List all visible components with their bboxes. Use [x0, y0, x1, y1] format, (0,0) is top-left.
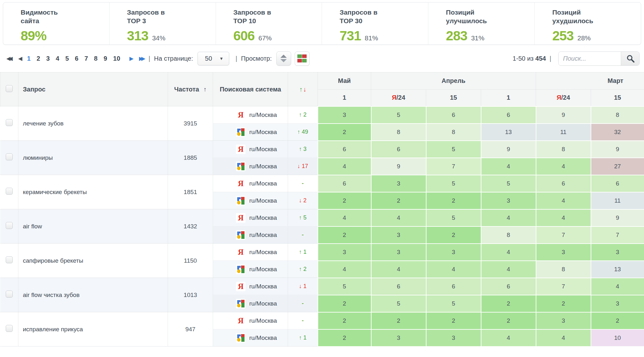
position-cell: 4	[591, 278, 644, 295]
table-row: керамические брекеты1851Яru/Москва-63556…	[0, 175, 644, 192]
engine-cell-yandex: Яru/Москва	[213, 209, 288, 226]
position-cell: 2	[591, 312, 644, 329]
position-cell: 2	[371, 192, 426, 209]
position-cell: 3	[536, 244, 591, 261]
engine-cell-yandex: Яru/Москва	[213, 106, 288, 124]
frequency-column-header[interactable]: Частота↑	[168, 72, 213, 106]
engine-cell-google: ru/Москва	[213, 226, 288, 244]
color-grid-icon	[297, 54, 307, 63]
page-number-4[interactable]: 4	[55, 55, 60, 62]
page-number-6[interactable]: 6	[74, 55, 79, 62]
search-input[interactable]	[559, 52, 621, 65]
position-cell: 2	[318, 124, 371, 141]
position-cell: 6	[371, 278, 426, 295]
change-cell: ↑ 2	[288, 261, 318, 278]
table-head: ЗапросЧастота↑Поисковая система↑↓МайАпре…	[0, 72, 644, 106]
last-page-button[interactable]: ▶▶	[138, 55, 145, 62]
engine-cell-google: ru/Москва	[213, 192, 288, 209]
table-row: сапфировые брекеты1150Яru/Москва↑ 133343…	[0, 244, 644, 261]
position-cell: 4	[481, 261, 536, 278]
row-select-cell	[0, 244, 18, 278]
position-cell: 5	[426, 141, 481, 158]
frequency-cell: 3915	[168, 106, 213, 141]
position-cell: 3	[481, 192, 536, 209]
row-checkbox[interactable]	[6, 188, 13, 195]
query-cell: air flow чистка зубов	[18, 278, 168, 312]
position-cell: 3	[591, 295, 644, 312]
table-row: air flow1432Яru/Москва↑ 5445449	[0, 209, 644, 226]
change-cell: ↑ 5	[288, 209, 318, 226]
sort-asc-icon: ↑	[204, 86, 207, 93]
change-cell: ↑ 3	[288, 141, 318, 158]
position-cell: 6	[426, 106, 481, 124]
row-checkbox[interactable]	[6, 325, 13, 332]
change-cell: ↑ 2	[288, 106, 318, 124]
collapse-rows-button[interactable]	[276, 51, 291, 66]
page-number-3[interactable]: 3	[45, 55, 50, 62]
page-list: 12345678910	[26, 55, 121, 62]
page-number-10[interactable]: 10	[112, 55, 121, 62]
row-checkbox[interactable]	[6, 256, 13, 263]
color-view-button[interactable]	[295, 51, 310, 66]
engine-cell-google: ru/Москва	[213, 124, 288, 141]
position-cell: 2	[481, 312, 536, 329]
position-cell: 3	[371, 244, 426, 261]
row-checkbox[interactable]	[6, 119, 13, 126]
position-cell: 8	[426, 124, 481, 141]
stat-label: Запросов в TOP 10	[233, 8, 316, 25]
position-cell: 2	[318, 295, 371, 312]
row-select-cell	[0, 278, 18, 312]
position-cell: 4	[536, 192, 591, 209]
region-label: ru/Москва	[249, 334, 277, 341]
change-none: -	[302, 300, 304, 306]
position-cell: 7	[536, 226, 591, 244]
page-number-9[interactable]: 9	[103, 55, 108, 62]
frequency-cell: 1150	[168, 244, 213, 278]
engine-cell-yandex: Яru/Москва	[213, 244, 288, 261]
yandex-icon: Я	[236, 145, 245, 154]
select-all-checkbox[interactable]	[6, 85, 13, 92]
page-number-7[interactable]: 7	[84, 55, 89, 62]
page-number-5[interactable]: 5	[65, 55, 70, 62]
change-none: -	[302, 317, 304, 324]
next-page-button[interactable]: ▶	[128, 55, 133, 62]
stat-value: 731	[339, 28, 361, 44]
row-checkbox[interactable]	[6, 153, 13, 160]
position-cell: 2	[536, 295, 591, 312]
page-number-2[interactable]: 2	[36, 55, 41, 62]
region-label: ru/Москва	[249, 129, 277, 136]
per-page-select[interactable]: 50 ▼	[198, 52, 229, 65]
region-label: ru/Москва	[249, 146, 277, 153]
query-column-header[interactable]: Запрос	[18, 72, 168, 106]
chevron-down-icon: ▼	[219, 56, 229, 61]
position-cell: 7	[536, 278, 591, 295]
date-header-2: 15	[426, 90, 481, 106]
change-down: ↓ 1	[299, 283, 306, 289]
position-cell: 11	[591, 192, 644, 209]
table-row: исправление прикуса947Яru/Москва-222232	[0, 312, 644, 329]
page-number-8[interactable]: 8	[93, 55, 98, 62]
stat-top3: Запросов в TOP 3 313 34%	[109, 3, 216, 44]
search-button[interactable]	[621, 52, 639, 65]
engine-cell-yandex: Яru/Москва	[213, 312, 288, 329]
prev-page-button[interactable]: ◀	[17, 55, 22, 62]
result-range: 1-50 из 454 |	[513, 55, 551, 62]
frequency-cell: 1851	[168, 175, 213, 209]
row-checkbox[interactable]	[6, 222, 13, 229]
position-cell: 6	[591, 175, 644, 192]
first-page-button[interactable]: ◀◀	[5, 55, 12, 62]
page-number-1[interactable]: 1	[26, 55, 31, 62]
position-cell: 4	[481, 244, 536, 261]
row-checkbox[interactable]	[6, 291, 13, 298]
stat-pct: 67%	[258, 34, 272, 42]
region-label: ru/Москва	[249, 300, 277, 307]
google-icon	[236, 196, 245, 205]
positions-table: ЗапросЧастота↑Поисковая система↑↓МайАпре…	[0, 72, 644, 347]
region-label: ru/Москва	[249, 180, 277, 187]
position-cell: 6	[536, 175, 591, 192]
row-select-cell	[0, 106, 18, 141]
position-cell: 4	[481, 209, 536, 226]
date-header-3: 1	[481, 90, 536, 106]
position-cell: 9	[371, 158, 426, 175]
query-cell: лечение зубов	[18, 106, 168, 141]
